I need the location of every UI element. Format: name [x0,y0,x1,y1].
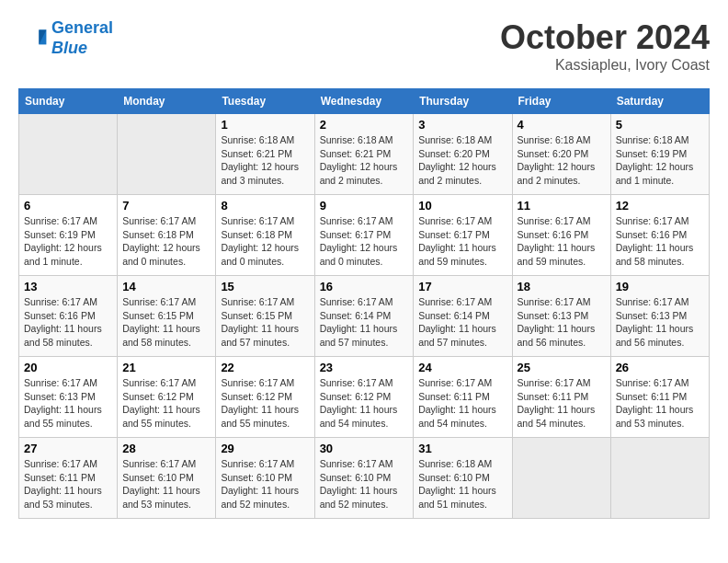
day-number: 26 [616,361,704,374]
calendar-cell: 30Sunrise: 6:17 AM Sunset: 6:10 PM Dayli… [314,438,414,519]
col-header-monday: Monday [118,89,216,114]
day-number: 18 [518,280,606,293]
week-row-5: 27Sunrise: 6:17 AM Sunset: 6:11 PM Dayli… [19,438,710,519]
calendar-cell: 18Sunrise: 6:17 AM Sunset: 6:13 PM Dayli… [512,276,610,357]
day-number: 2 [320,118,409,132]
col-header-saturday: Saturday [610,89,709,114]
calendar-table: SundayMondayTuesdayWednesdayThursdayFrid… [18,88,710,519]
day-number: 21 [122,361,210,374]
calendar-cell: 31Sunrise: 6:18 AM Sunset: 6:10 PM Dayli… [414,438,512,519]
day-info: Sunrise: 6:17 AM Sunset: 6:13 PM Dayligh… [518,295,606,350]
day-number: 6 [24,199,112,213]
calendar-cell: 20Sunrise: 6:17 AM Sunset: 6:13 PM Dayli… [19,357,118,438]
day-number: 25 [518,361,606,374]
calendar-cell: 24Sunrise: 6:17 AM Sunset: 6:11 PM Dayli… [414,357,512,438]
day-info: Sunrise: 6:17 AM Sunset: 6:12 PM Dayligh… [122,376,210,431]
calendar-cell [610,438,709,519]
day-info: Sunrise: 6:18 AM Sunset: 6:10 PM Dayligh… [418,457,506,511]
calendar-cell: 4Sunrise: 6:18 AM Sunset: 6:20 PM Daylig… [512,114,610,195]
day-info: Sunrise: 6:17 AM Sunset: 6:11 PM Dayligh… [518,376,606,431]
calendar-cell: 17Sunrise: 6:17 AM Sunset: 6:14 PM Dayli… [414,276,512,357]
calendar-cell: 22Sunrise: 6:17 AM Sunset: 6:12 PM Dayli… [216,357,314,438]
calendar-cell: 21Sunrise: 6:17 AM Sunset: 6:12 PM Dayli… [118,357,216,438]
day-number: 14 [122,280,210,293]
location-subtitle: Kassiapleu, Ivory Coast [500,57,710,74]
logo-text: General Blue [51,18,113,58]
col-header-thursday: Thursday [414,89,512,114]
week-row-3: 13Sunrise: 6:17 AM Sunset: 6:16 PM Dayli… [19,276,710,357]
calendar-cell: 26Sunrise: 6:17 AM Sunset: 6:11 PM Dayli… [610,357,709,438]
day-number: 1 [221,118,309,132]
day-info: Sunrise: 6:17 AM Sunset: 6:12 PM Dayligh… [221,376,309,431]
calendar-cell [118,114,216,195]
calendar-cell: 14Sunrise: 6:17 AM Sunset: 6:15 PM Dayli… [118,276,216,357]
day-info: Sunrise: 6:17 AM Sunset: 6:16 PM Dayligh… [24,295,112,350]
calendar-cell: 8Sunrise: 6:17 AM Sunset: 6:18 PM Daylig… [216,195,314,276]
day-number: 23 [320,361,409,374]
day-number: 10 [418,199,506,213]
month-title: October 2024 [500,18,710,57]
calendar-cell: 27Sunrise: 6:17 AM Sunset: 6:11 PM Dayli… [19,438,118,519]
day-number: 4 [518,118,606,132]
day-info: Sunrise: 6:17 AM Sunset: 6:10 PM Dayligh… [320,457,409,511]
day-number: 8 [221,199,309,213]
calendar-cell: 6Sunrise: 6:17 AM Sunset: 6:19 PM Daylig… [19,195,118,276]
calendar-cell: 1Sunrise: 6:18 AM Sunset: 6:21 PM Daylig… [216,114,314,195]
calendar-cell: 15Sunrise: 6:17 AM Sunset: 6:15 PM Dayli… [216,276,314,357]
day-number: 17 [418,280,506,293]
day-info: Sunrise: 6:18 AM Sunset: 6:21 PM Dayligh… [221,133,309,188]
calendar-cell: 16Sunrise: 6:17 AM Sunset: 6:14 PM Dayli… [314,276,414,357]
day-info: Sunrise: 6:18 AM Sunset: 6:20 PM Dayligh… [518,133,606,188]
day-info: Sunrise: 6:17 AM Sunset: 6:18 PM Dayligh… [122,214,210,269]
day-number: 16 [320,280,409,293]
day-number: 31 [418,442,506,455]
calendar-cell: 13Sunrise: 6:17 AM Sunset: 6:16 PM Dayli… [19,276,118,357]
day-number: 11 [518,199,606,213]
day-number: 24 [418,361,506,374]
day-number: 5 [616,118,704,132]
calendar-cell: 10Sunrise: 6:17 AM Sunset: 6:17 PM Dayli… [414,195,512,276]
day-info: Sunrise: 6:17 AM Sunset: 6:11 PM Dayligh… [418,376,506,431]
col-header-wednesday: Wednesday [314,89,414,114]
day-number: 20 [24,361,112,374]
week-row-2: 6Sunrise: 6:17 AM Sunset: 6:19 PM Daylig… [19,195,710,276]
calendar-cell: 29Sunrise: 6:17 AM Sunset: 6:10 PM Dayli… [216,438,314,519]
title-block: October 2024 Kassiapleu, Ivory Coast [500,18,710,74]
day-number: 30 [320,442,409,455]
col-header-friday: Friday [512,89,610,114]
day-number: 12 [616,199,704,213]
day-info: Sunrise: 6:17 AM Sunset: 6:11 PM Dayligh… [24,457,112,511]
day-number: 3 [418,118,506,132]
calendar-cell: 7Sunrise: 6:17 AM Sunset: 6:18 PM Daylig… [118,195,216,276]
day-info: Sunrise: 6:17 AM Sunset: 6:17 PM Dayligh… [320,214,409,269]
calendar-cell: 28Sunrise: 6:17 AM Sunset: 6:10 PM Dayli… [118,438,216,519]
day-number: 15 [221,280,309,293]
day-info: Sunrise: 6:17 AM Sunset: 6:16 PM Dayligh… [518,214,606,269]
day-number: 13 [24,280,112,293]
calendar-cell [512,438,610,519]
day-number: 9 [320,199,409,213]
day-info: Sunrise: 6:17 AM Sunset: 6:19 PM Dayligh… [24,214,112,269]
day-info: Sunrise: 6:17 AM Sunset: 6:10 PM Dayligh… [221,457,309,511]
day-number: 28 [122,442,210,455]
calendar-cell: 9Sunrise: 6:17 AM Sunset: 6:17 PM Daylig… [314,195,414,276]
calendar-cell: 5Sunrise: 6:18 AM Sunset: 6:19 PM Daylig… [610,114,709,195]
day-info: Sunrise: 6:18 AM Sunset: 6:20 PM Dayligh… [418,133,506,188]
day-info: Sunrise: 6:17 AM Sunset: 6:16 PM Dayligh… [616,214,704,269]
calendar-cell [19,114,118,195]
day-info: Sunrise: 6:17 AM Sunset: 6:13 PM Dayligh… [616,295,704,350]
day-info: Sunrise: 6:17 AM Sunset: 6:15 PM Dayligh… [122,295,210,350]
calendar-cell: 19Sunrise: 6:17 AM Sunset: 6:13 PM Dayli… [610,276,709,357]
day-number: 22 [221,361,309,374]
day-info: Sunrise: 6:17 AM Sunset: 6:13 PM Dayligh… [24,376,112,431]
calendar-cell: 23Sunrise: 6:17 AM Sunset: 6:12 PM Dayli… [314,357,414,438]
day-info: Sunrise: 6:17 AM Sunset: 6:14 PM Dayligh… [418,295,506,350]
header-row: SundayMondayTuesdayWednesdayThursdayFrid… [19,89,710,114]
day-number: 7 [122,199,210,213]
day-info: Sunrise: 6:17 AM Sunset: 6:18 PM Dayligh… [221,214,309,269]
logo: General Blue [18,18,113,58]
calendar-cell: 12Sunrise: 6:17 AM Sunset: 6:16 PM Dayli… [610,195,709,276]
page-header: General Blue October 2024 Kassiapleu, Iv… [18,18,710,74]
day-number: 29 [221,442,309,455]
col-header-tuesday: Tuesday [216,89,314,114]
